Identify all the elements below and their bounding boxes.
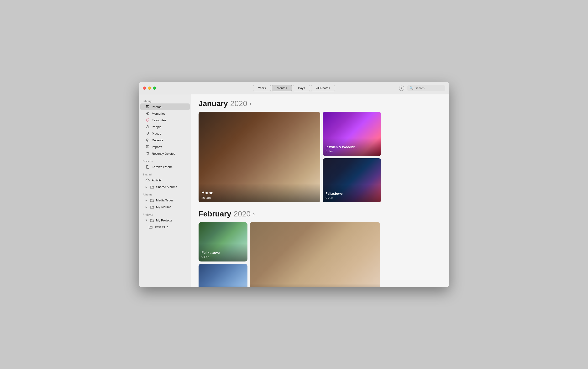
photo-card-home-ipswich[interactable]: Home & Ipswich 10 Feb ••• <box>199 264 247 287</box>
card-label: Woodbridge - Ash Wednesday Wednesday <box>250 284 380 287</box>
card-label: Felixstowe 9 Jan <box>323 184 381 202</box>
minimize-button[interactable] <box>148 87 151 90</box>
devices-section-title: Devices <box>139 157 191 163</box>
sidebar-item-label: My Albums <box>156 205 171 209</box>
month-header-february[interactable]: February 2020 › <box>199 209 442 218</box>
tab-all-photos[interactable]: All Photos <box>311 85 335 91</box>
shared-section-title: Shared <box>139 170 191 177</box>
photo-card-felixstowe-feb[interactable]: Felixstowe 9 Feb ••• <box>199 222 247 261</box>
heart-icon <box>146 118 150 122</box>
people-icon <box>146 125 150 129</box>
sidebar-item-recently-deleted[interactable]: Recently Deleted <box>140 150 190 157</box>
folder-icon <box>150 198 154 202</box>
projects-section-title: Projects <box>139 210 191 217</box>
sidebar-item-recents[interactable]: Recents <box>140 137 190 143</box>
sidebar-item-label: Karen's iPhone <box>152 165 173 169</box>
card-label: Home & Ipswich 10 Feb <box>199 285 247 287</box>
cloud-icon <box>146 178 150 182</box>
sidebar-item-shared-albums[interactable]: ▶ Shared Albums <box>140 184 190 190</box>
imports-icon <box>146 145 150 149</box>
sidebar-item-favourites[interactable]: Favourites <box>140 117 190 123</box>
photo-card-woodbridge[interactable]: Woodbridge - Ash Wednesday Wednesday ••• <box>250 222 380 287</box>
folder-icon <box>150 185 154 189</box>
sidebar-item-my-albums[interactable]: ▶ My Albums <box>140 204 190 210</box>
year-label: 2020 <box>234 209 251 218</box>
month-section-february: February 2020 › Felixstowe 9 Feb ••• <box>199 209 442 287</box>
sidebar-item-media-types[interactable]: ▶ Media Types <box>140 197 190 204</box>
card-title: Felixstowe <box>201 250 245 255</box>
photo-card-ipswich[interactable]: Ipswich & Woodbr... 5 Jan ••• <box>323 112 381 156</box>
card-label: Felixstowe 9 Feb <box>199 243 247 261</box>
chevron-icon: ▶ <box>146 199 147 202</box>
search-icon: 🔍 <box>410 86 413 90</box>
right-column-january: Ipswich & Woodbr... 5 Jan ••• Felixstowe… <box>323 112 381 202</box>
sidebar-item-imports[interactable]: Imports <box>140 143 190 150</box>
svg-point-3 <box>147 133 148 133</box>
sidebar-item-twin-club[interactable]: Twin Club <box>140 224 190 230</box>
sidebar-item-label: Photos <box>152 105 161 109</box>
sidebar-item-label: People <box>152 125 161 129</box>
titlebar-right: ℹ 🔍 <box>399 85 445 91</box>
svg-point-7 <box>147 168 148 169</box>
maximize-button[interactable] <box>153 87 156 90</box>
chevron-right-icon: › <box>253 211 255 217</box>
sidebar-item-label: Memories <box>152 112 165 115</box>
tab-days[interactable]: Days <box>293 85 310 91</box>
traffic-lights <box>143 87 156 90</box>
month-section-january: January 2020 › Home 26 Jan ••• <box>199 99 442 202</box>
card-date: 26 Jan <box>201 196 317 199</box>
left-column-february: Felixstowe 9 Feb ••• Home & Ipswich 10 F… <box>199 222 247 287</box>
month-header-january[interactable]: January 2020 › <box>199 99 442 108</box>
card-date: 9 Jan <box>326 196 378 199</box>
photo-grid-january: Home 26 Jan ••• Ipswich & Woodbr... 5 Ja… <box>199 112 442 202</box>
card-title: Ipswich & Woodbr... <box>326 145 378 149</box>
card-date: 5 Jan <box>326 150 378 153</box>
card-title: Home <box>201 190 317 195</box>
sidebar-item-label: Favourites <box>152 119 166 122</box>
photo-grid-february: Felixstowe 9 Feb ••• Home & Ipswich 10 F… <box>199 222 442 287</box>
card-title: Felixstowe <box>326 192 378 195</box>
month-name: February <box>199 209 231 218</box>
month-name: January <box>199 99 228 108</box>
main-content: Library 🖼 Photos Memories Favourites <box>139 94 449 287</box>
trash-icon <box>146 151 150 156</box>
folder-icon <box>150 218 154 222</box>
sidebar-item-label: Twin Club <box>155 225 168 229</box>
close-button[interactable] <box>143 87 146 90</box>
info-button[interactable]: ℹ <box>399 86 404 91</box>
photo-card-home-jan[interactable]: Home 26 Jan ••• <box>199 112 320 202</box>
iphone-icon <box>146 165 150 169</box>
sidebar-item-my-projects[interactable]: ▶ My Projects <box>140 217 190 224</box>
sidebar-item-memories[interactable]: Memories <box>140 110 190 117</box>
tab-months[interactable]: Months <box>272 85 292 91</box>
view-tabs: Years Months Days All Photos <box>253 85 335 91</box>
chevron-right-icon: › <box>250 100 251 107</box>
svg-point-1 <box>147 113 148 114</box>
chevron-icon: ▶ <box>146 206 147 208</box>
library-section-title: Library <box>139 97 191 103</box>
folder-icon <box>148 225 153 229</box>
year-label: 2020 <box>230 99 247 108</box>
sidebar-item-label: Places <box>152 132 161 135</box>
sidebar-item-activity[interactable]: Activity <box>140 177 190 184</box>
tab-years[interactable]: Years <box>253 85 271 91</box>
sidebar-item-photos[interactable]: 🖼 Photos <box>140 103 190 110</box>
chevron-icon: ▶ <box>146 186 147 188</box>
search-input[interactable] <box>415 86 443 90</box>
recents-icon <box>146 138 150 142</box>
sidebar-item-people[interactable]: People <box>140 123 190 130</box>
photos-icon: 🖼 <box>146 105 150 109</box>
titlebar: Years Months Days All Photos ℹ 🔍 <box>139 82 449 94</box>
card-label: Home 26 Jan <box>199 183 320 202</box>
sidebar-item-label: Imports <box>152 145 162 149</box>
sidebar-item-label: Recently Deleted <box>152 152 175 155</box>
sidebar-item-label: My Projects <box>156 219 172 222</box>
card-date: 9 Feb <box>201 255 245 259</box>
photo-card-felixstowe-jan[interactable]: Felixstowe 9 Jan ••• <box>323 158 381 202</box>
svg-rect-4 <box>147 140 148 141</box>
sidebar-item-label: Activity <box>152 179 162 182</box>
sidebar-item-label: Shared Albums <box>156 185 177 189</box>
memories-icon <box>146 111 150 116</box>
sidebar-item-places[interactable]: Places <box>140 130 190 137</box>
sidebar-item-karens-iphone[interactable]: Karen's iPhone <box>140 163 190 170</box>
